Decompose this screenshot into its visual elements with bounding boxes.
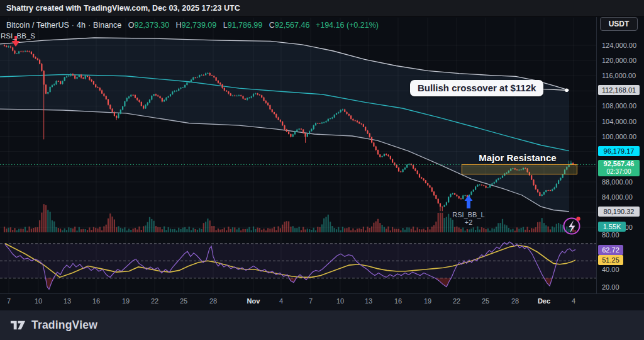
major-resistance-label[interactable]: Major Resistance [479,152,556,163]
rsi-value-badge: 62.72 [598,245,623,255]
tradingview-logo-icon [9,317,26,334]
symbol-name[interactable]: Bitcoin / TetherUS [6,21,69,30]
time-tick-month: Nov [243,297,264,305]
long-signal-name: RSI_BB_L [452,211,484,218]
time-tick-day: 16 [86,297,107,305]
price-axis-label: 88,000.00 [602,177,633,187]
footer-bar: TradingView [0,310,644,340]
change-value: +194.16 (+0.21%) [316,21,379,30]
price-axis-label: 108,000.00 [602,101,636,111]
volume-badge: 1.55K [598,222,626,232]
low-value: 91,786.99 [228,21,263,30]
time-tick-day: 4 [563,297,584,305]
exchange-label[interactable]: Binance [93,21,121,30]
low-label: L [223,21,228,30]
band-end-dot [565,89,569,93]
time-axis[interactable]: 710131619222528Nov4710131619222528Dec4 [0,293,644,311]
time-tick-day: 7 [0,297,19,305]
bar-countdown: 02:37:00 [598,168,640,175]
bullish-crossover-annotation[interactable]: Bullish crossover at $112k [410,80,543,96]
price-axis-label: 124,000.00 [602,40,636,50]
price-axis-label: 120,000.00 [602,55,636,65]
close-label: C [269,21,275,30]
attribution-text: Shattry created with TradingView.com, De… [6,4,240,13]
time-tick-day: 19 [417,297,438,305]
time-tick-day: 13 [358,297,379,305]
open-value: 92,373.30 [134,21,169,30]
attribution-bar: Shattry created with TradingView.com, De… [0,0,644,17]
lightning-mode-button[interactable] [564,217,580,234]
time-tick-day: 10 [28,297,49,305]
currency-toggle-button[interactable]: USDT [600,17,638,31]
interval-label[interactable]: 4h [77,21,86,30]
close-value: 92,567.46 [275,21,310,30]
tradingview-wordmark: TradingView [31,319,97,332]
high-label: H [176,21,182,30]
rsi-axis-label: 40.00 [602,264,619,275]
time-tick-day: 28 [504,297,526,305]
tradingview-chart-page: Shattry created with TradingView.com, De… [0,0,644,340]
indicator-legend[interactable]: RSI_BB_S [1,32,35,40]
time-tick-day: 25 [475,297,496,305]
high-value: 92,739.09 [182,21,217,30]
time-tick-day: 19 [115,297,136,305]
rsi-axis-label: 20.00 [602,282,619,292]
upper-band-badge: 112,168.01 [598,85,640,95]
long-signal-count: +2 [452,218,484,226]
price-axis-label: 84,000.00 [602,192,633,202]
notification-dot [576,217,580,220]
last-price-badge: 92,567.4602:37:00 [598,160,640,176]
time-tick-day: 4 [270,297,292,305]
long-signal-label[interactable]: RSI_BB_L +2 [452,211,484,226]
time-tick-day: 28 [203,297,224,305]
price-axis[interactable]: USDT 124,000.00120,000.00116,000.00108,0… [596,17,644,293]
price-axis-label: 100,000.00 [602,132,636,142]
legend-separator: · [88,21,91,30]
price-axis-label: 104,000.00 [602,116,636,127]
symbol-legend: Bitcoin / TetherUS·4h·Binance O92,373.30… [6,21,379,30]
time-tick-day: 22 [144,297,165,305]
time-tick-day: 25 [173,297,194,305]
lower-band-badge: 80,190.32 [598,207,640,217]
time-tick-day: 22 [446,297,467,305]
time-tick-day: 10 [330,297,351,305]
rsi-ma-badge: 51.25 [598,255,623,265]
resistance-zone-box[interactable] [462,164,577,174]
time-tick-month: Dec [533,297,555,305]
time-tick-day: 16 [387,297,409,305]
time-tick-day: 13 [57,297,78,305]
mid-band-badge: 96,179.17 [598,146,640,156]
price-axis-label: 116,000.00 [602,71,636,81]
legend-separator: · [72,21,74,30]
time-tick-day: 7 [300,297,321,305]
